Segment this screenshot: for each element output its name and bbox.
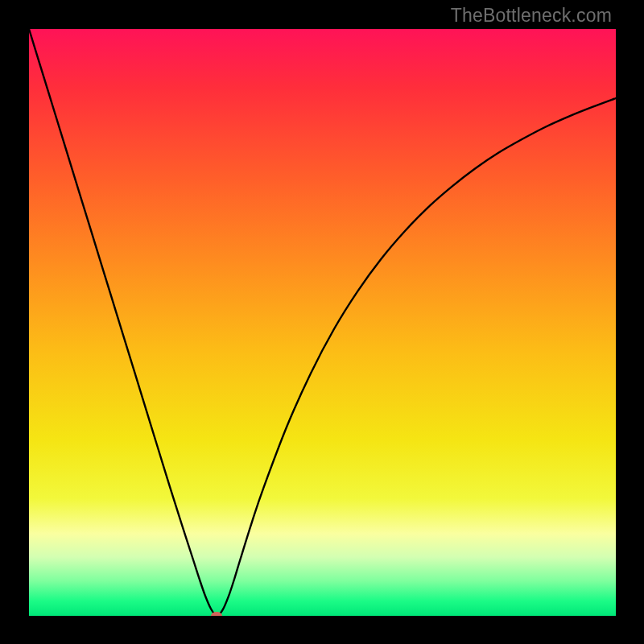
watermark-text: TheBottleneck.com — [451, 5, 612, 27]
optimum-marker — [211, 612, 222, 616]
bottleneck-curve — [29, 29, 616, 616]
plot-area — [29, 29, 616, 616]
outer-frame: TheBottleneck.com — [0, 0, 644, 644]
curve-layer — [29, 29, 616, 616]
